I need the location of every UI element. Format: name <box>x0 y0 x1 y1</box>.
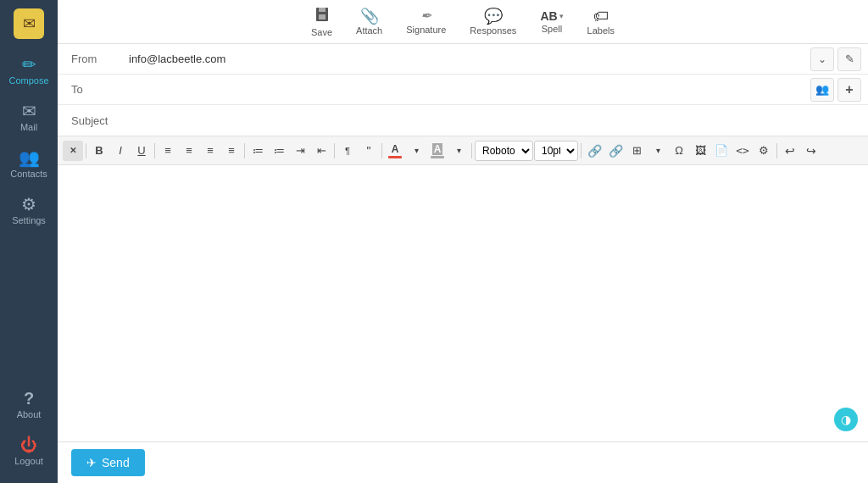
divider-2 <box>154 143 155 158</box>
divider-8 <box>776 143 777 158</box>
insert-file-btn[interactable]: 📄 <box>711 141 732 161</box>
remove-link-btn[interactable]: 🔗 <box>605 141 626 161</box>
to-add-btn[interactable]: + <box>837 78 861 102</box>
app-logo-icon <box>14 8 44 39</box>
divider-4 <box>334 143 335 158</box>
attach-button[interactable]: 📎 Attach <box>348 5 391 39</box>
insert-widget-btn[interactable]: ⚙ <box>754 141 774 161</box>
from-input-wrapper: ⌄ ✎ <box>125 47 868 71</box>
divider-5 <box>381 143 382 158</box>
divider-3 <box>244 143 245 158</box>
labels-button[interactable]: 🏷 Labels <box>579 5 623 39</box>
to-input[interactable] <box>125 78 810 101</box>
subject-input[interactable] <box>125 109 868 132</box>
align-right-btn[interactable]: ≡ <box>200 141 220 161</box>
to-actions: 👥 + <box>810 78 868 102</box>
table-dropdown-btn[interactable]: ▾ <box>648 141 668 161</box>
to-label: To <box>58 83 125 96</box>
divider-6 <box>471 143 472 158</box>
font-size-select[interactable]: 10pt <box>534 141 578 161</box>
insert-table-btn[interactable]: ⊞ <box>626 141 647 161</box>
sidebar-item-settings[interactable]: ⚙ Settings <box>0 187 58 234</box>
divider-7 <box>581 143 581 158</box>
highlight-color-btn[interactable]: A <box>427 141 448 161</box>
logout-label: Logout <box>14 456 43 466</box>
spell-button[interactable]: AB ▾ Spell <box>531 7 571 37</box>
sidebar-item-logout[interactable]: ⏻ Logout <box>0 428 58 475</box>
top-toolbar: Save 📎 Attach ✒ Signature 💬 Responses AB… <box>58 0 868 44</box>
font-color-dropdown-btn[interactable]: ▾ <box>406 141 426 161</box>
align-center-btn[interactable]: ≡ <box>179 141 199 161</box>
svg-rect-1 <box>319 8 326 12</box>
highlight-color-bar <box>431 156 444 158</box>
from-input[interactable] <box>125 47 810 70</box>
send-label: Send <box>102 456 130 469</box>
from-dropdown-btn[interactable]: ⌄ <box>810 47 834 71</box>
clear-format-btn[interactable]: ✕ <box>63 141 83 161</box>
signature-icon: ✒ <box>420 9 431 23</box>
spell-icon: AB <box>540 10 557 22</box>
main-area: Save 📎 Attach ✒ Signature 💬 Responses AB… <box>58 0 868 483</box>
save-button[interactable]: Save <box>303 3 341 41</box>
rich-text-toolbar: ✕ B I U ≡ ≡ ≡ ≡ ≔ ≔ ⇥ ⇤ ¶ " A ▾ A ▾ Robo… <box>58 136 868 165</box>
insert-link-btn[interactable]: 🔗 <box>584 141 604 161</box>
to-row: To 👥 + <box>58 75 868 105</box>
signature-label: Signature <box>406 25 446 35</box>
send-button[interactable]: ✈ Send <box>71 449 145 476</box>
watermark-icon: ◑ <box>834 408 858 431</box>
from-row: From ⌄ ✎ <box>58 44 868 75</box>
font-color-btn[interactable]: A <box>385 141 405 161</box>
subject-input-wrapper <box>125 109 868 132</box>
responses-button[interactable]: 💬 Responses <box>461 5 525 39</box>
paragraph-btn[interactable]: ¶ <box>337 141 358 161</box>
settings-icon: ⚙ <box>21 196 36 213</box>
sidebar-item-contacts[interactable]: 👥 Contacts <box>0 141 58 187</box>
svg-rect-2 <box>319 14 326 19</box>
labels-icon: 🏷 <box>593 8 609 24</box>
email-body[interactable]: ◑ <box>58 165 868 441</box>
redo-btn[interactable]: ↪ <box>801 141 821 161</box>
send-plane-icon: ✈ <box>86 456 97 469</box>
subject-row: Subject <box>58 105 868 136</box>
send-bar: ✈ Send <box>58 441 868 483</box>
email-form: From ⌄ ✎ To 👥 + Subject <box>58 44 868 136</box>
font-family-select[interactable]: Roboto <box>475 141 533 161</box>
mail-label: Mail <box>20 122 37 132</box>
attach-icon: 📎 <box>360 8 379 24</box>
from-label: From <box>58 53 125 65</box>
underline-btn[interactable]: U <box>131 141 152 161</box>
attach-label: Attach <box>356 25 382 36</box>
bullet-list-btn[interactable]: ≔ <box>248 141 268 161</box>
about-label: About <box>17 409 42 419</box>
outdent-btn[interactable]: ⇤ <box>311 141 331 161</box>
save-label: Save <box>311 27 332 37</box>
from-edit-btn[interactable]: ✎ <box>837 47 861 71</box>
numbered-list-btn[interactable]: ≔ <box>269 141 289 161</box>
spell-label: Spell <box>542 24 562 34</box>
undo-btn[interactable]: ↩ <box>780 141 800 161</box>
from-actions: ⌄ ✎ <box>810 47 868 71</box>
labels-label: Labels <box>587 25 615 36</box>
insert-symbol-btn[interactable]: Ω <box>669 141 689 161</box>
signature-button[interactable]: ✒ Signature <box>398 6 454 38</box>
italic-btn[interactable]: I <box>110 141 131 161</box>
to-contacts-btn[interactable]: 👥 <box>810 78 834 102</box>
contacts-label: Contacts <box>10 169 47 179</box>
email-body-editor[interactable] <box>58 165 868 441</box>
highlight-dropdown-btn[interactable]: ▾ <box>448 141 469 161</box>
sidebar-item-about[interactable]: ? About <box>0 381 58 428</box>
align-justify-btn[interactable]: ≡ <box>221 141 242 161</box>
sidebar-item-mail[interactable]: ✉ Mail <box>0 94 58 141</box>
contacts-icon: 👥 <box>19 149 40 166</box>
responses-icon: 💬 <box>484 8 503 24</box>
compose-icon: ✏ <box>22 56 36 73</box>
code-btn[interactable]: <> <box>732 141 753 161</box>
subject-label: Subject <box>58 114 125 127</box>
indent-btn[interactable]: ⇥ <box>290 141 310 161</box>
bold-btn[interactable]: B <box>89 141 109 161</box>
align-left-btn[interactable]: ≡ <box>158 141 178 161</box>
sidebar-item-compose[interactable]: ✏ Compose <box>0 47 58 94</box>
insert-image-btn[interactable]: 🖼 <box>690 141 710 161</box>
blockquote-btn[interactable]: " <box>359 141 379 161</box>
divider-1 <box>86 143 86 158</box>
